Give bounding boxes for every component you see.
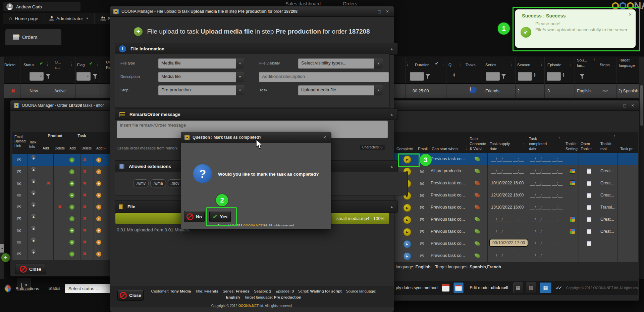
- supply-date-cell[interactable]: __/__/____ __:__: [491, 254, 524, 258]
- status-filter-select[interactable]: ▼: [30, 72, 44, 81]
- col-target-language[interactable]: Target: [619, 58, 630, 63]
- email-upload-icon[interactable]: ✉: [17, 180, 21, 186]
- toolkit-setting-icon[interactable]: [570, 169, 575, 173]
- minimize-icon[interactable]: —: [613, 103, 620, 108]
- steps-icon[interactable]: »»: [602, 87, 608, 93]
- completed-date-cell[interactable]: __/__/____ __:__: [530, 193, 562, 198]
- product-delete-icon[interactable]: ✖: [58, 204, 62, 209]
- grid-edit-button[interactable]: ▦: [540, 282, 552, 293]
- play-icon[interactable]: ▶: [403, 204, 411, 212]
- email-upload-icon[interactable]: ✉: [17, 227, 21, 233]
- col-season[interactable]: Season: [517, 62, 530, 68]
- table-row[interactable]: ✉✖+✖+: [12, 178, 115, 190]
- task-row[interactable]: ▶ ✉ Previous task co... 10/10/2022 16:00…: [394, 177, 638, 190]
- collapse-icon[interactable]: ▲: [390, 205, 393, 209]
- col-product-delete[interactable]: Delete: [55, 146, 65, 150]
- task-delete-icon[interactable]: ✖: [83, 239, 87, 244]
- col-task-pr[interactable]: Task pr...: [620, 146, 638, 151]
- task-row[interactable]: ▶ ✉ All pre productio... __/__/____ __:_…: [394, 165, 638, 178]
- task-add-icon[interactable]: +: [69, 181, 74, 186]
- col-task-info[interactable]: Task Info: [29, 140, 41, 149]
- completed-date-cell[interactable]: __/__/____ __:__: [530, 229, 562, 234]
- calendar-sync-button[interactable]: [453, 282, 464, 293]
- completed-date-cell[interactable]: __/__/____ __:__: [530, 169, 562, 174]
- email-icon[interactable]: ✉: [420, 168, 424, 174]
- description-select[interactable]: Media file▼: [158, 72, 244, 82]
- kebab-icon[interactable]: ⋮: [441, 62, 445, 66]
- kebab-icon[interactable]: ⋮: [540, 62, 544, 66]
- col-can-start-when[interactable]: Can start when: [432, 146, 458, 151]
- sort-arrows[interactable]: ▲▼: [533, 73, 536, 77]
- completed-date-cell[interactable]: __/__/____ __:__: [530, 241, 562, 246]
- email-upload-icon[interactable]: ✉: [17, 251, 21, 257]
- email-upload-icon[interactable]: ✉: [17, 169, 21, 175]
- double-check-icon[interactable]: ✔✔: [555, 285, 560, 291]
- task-select[interactable]: Upload media file▼: [298, 85, 383, 95]
- col-source-language[interactable]: Sou...: [577, 58, 587, 63]
- task-add-icon[interactable]: +: [69, 169, 74, 174]
- nav-orders[interactable]: Orders: [343, 1, 357, 6]
- col-add-file[interactable]: Add Fi: [96, 146, 106, 150]
- task-delete-icon[interactable]: ✖: [83, 157, 87, 162]
- kebab-icon[interactable]: ⋮: [522, 142, 526, 147]
- task-delete-icon[interactable]: ✖: [83, 251, 87, 256]
- email-icon[interactable]: ✉: [420, 229, 424, 235]
- series-filter-select[interactable]: [486, 72, 500, 81]
- col-source-language2[interactable]: lan...: [577, 63, 585, 68]
- create-order-message-label[interactable]: Create order message from remark: [117, 146, 178, 150]
- email-icon[interactable]: ✉: [420, 217, 424, 223]
- col-series[interactable]: Series: [485, 62, 496, 68]
- email-upload-icon[interactable]: ✉: [17, 239, 21, 245]
- col-task-completed-date[interactable]: Task completed date: [529, 136, 552, 151]
- add-file-icon[interactable]: +: [96, 205, 101, 210]
- col-product-add[interactable]: Add: [43, 146, 49, 150]
- toolkit-setting-icon[interactable]: [570, 229, 575, 234]
- collapse-icon[interactable]: ▲: [390, 113, 393, 116]
- supply-date-cell[interactable]: 12/10/2022 16:00: [491, 193, 524, 197]
- file-visibility-select[interactable]: Select visibility types...▼: [298, 58, 383, 69]
- email-upload-icon[interactable]: ✉: [17, 216, 21, 222]
- col-q[interactable]: Q...: [448, 62, 455, 68]
- task-add-icon[interactable]: +: [69, 216, 74, 221]
- table-row[interactable]: ✉+✖+: [12, 248, 115, 260]
- table-row[interactable]: ✉+✖+: [12, 225, 115, 237]
- toolkit-setting-icon[interactable]: [570, 217, 575, 222]
- close-button[interactable]: Close: [15, 264, 46, 274]
- task-delete-icon[interactable]: ✖: [83, 181, 87, 186]
- col-delete[interactable]: Delete: [4, 62, 15, 68]
- col-episode[interactable]: Episode: [547, 62, 561, 68]
- task-add-icon[interactable]: +: [69, 193, 74, 198]
- vertical-scrollbar[interactable]: [639, 57, 644, 279]
- supply-date-cell[interactable]: __/__/____ __:__: [491, 169, 524, 174]
- completed-date-cell[interactable]: __/__/____ __:__: [530, 217, 562, 222]
- col-complete[interactable]: Complete: [396, 146, 413, 151]
- delete-order-icon[interactable]: ✖: [11, 88, 15, 94]
- add-file-icon[interactable]: +: [96, 240, 101, 245]
- kebab-icon[interactable]: ⋮: [592, 57, 596, 62]
- col-email[interactable]: Email: [418, 146, 428, 151]
- open-toolkit-icon[interactable]: [587, 241, 591, 246]
- add-file-icon[interactable]: +: [96, 252, 101, 257]
- col-s[interactable]: s...: [55, 65, 60, 70]
- file-type-select[interactable]: Media file▼: [158, 58, 244, 69]
- email-icon[interactable]: ✉: [420, 253, 424, 259]
- kebab-icon[interactable]: ⋮: [458, 62, 462, 66]
- scroll-left-button[interactable]: ◄: [0, 244, 4, 253]
- task-add-icon[interactable]: +: [69, 228, 74, 233]
- tasks-info-titlebar[interactable]: — ▢ ✕: [389, 100, 639, 111]
- close-icon[interactable]: ✕: [384, 9, 390, 14]
- close-icon[interactable]: ✕: [322, 135, 328, 140]
- completed-date-cell[interactable]: __/__/____ __:__: [530, 205, 562, 210]
- user-chip[interactable]: Andrew Garb: [3, 2, 80, 11]
- supply-date-cell[interactable]: __/__/____ __:__: [491, 229, 524, 234]
- supply-date-cell[interactable]: __/__/____ __:__: [491, 157, 524, 162]
- supply-date-cell[interactable]: __/__/____ __:__: [491, 217, 524, 222]
- info-bubble-icon[interactable]: i: [470, 87, 477, 93]
- nav-sales-dashboard[interactable]: Sales dashboard: [285, 1, 321, 6]
- add-file-icon[interactable]: +: [96, 193, 101, 198]
- task-row[interactable]: ▶ ✉ Previous task co... __/__/____ __:__…: [394, 250, 638, 262]
- task-delete-icon[interactable]: ✖: [83, 192, 87, 197]
- task-delete-icon[interactable]: ✖: [83, 216, 87, 221]
- completed-date-cell[interactable]: __/__/____ __:__: [530, 181, 562, 186]
- task-row[interactable]: ▶ ✉ Previous task co... 12/10/2022 16:00…: [394, 189, 638, 202]
